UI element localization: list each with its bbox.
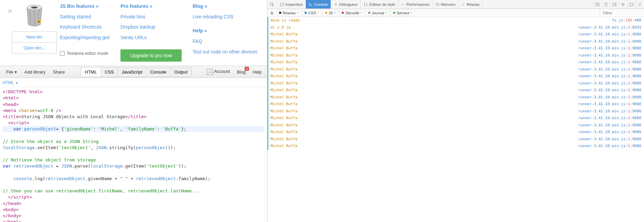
console-source-link[interactable]: runner-3.41.10.min.js:1:9080 [578,109,641,114]
blog-button[interactable]: Blog1 [234,67,248,77]
console-source-link[interactable]: runner-3.41.10.min.js:1:9080 [578,137,641,142]
tab-editeur-style-label: Éditeur de style [369,2,395,6]
console-message: Michel Buffa [270,60,297,65]
clear-console-icon[interactable]: 🗑 [267,11,277,15]
filter-journal[interactable]: Journal▾ [366,10,389,16]
link-faq[interactable]: FAQ [193,37,257,45]
filter-journal-label: Journal [372,11,384,15]
console-line: Michel Buffarunner-3.41.10.min.js:1:9080 [267,45,644,52]
filter-js[interactable]: JS▾ [323,10,338,16]
link-private-bins[interactable]: Private bins [120,13,182,20]
console-source-link[interactable]: runner-3.41.10.min.js:1:9080 [578,123,641,128]
split-icon[interactable] [593,0,601,9]
devtools-pane: Inspecteur Console Débogueur {}Éditeur d… [267,0,644,222]
console-source-link[interactable]: runner-3.41.10.min.js:1:9080 [578,39,641,45]
tab-inspecteur[interactable]: Inspecteur [277,0,306,9]
close-icon[interactable]: ✕ [7,7,13,15]
pick-element-icon[interactable] [267,0,277,9]
svg-point-2 [31,6,38,9]
tab-performances-label: Performances [406,2,429,6]
open-bin-button[interactable]: Open bin... [12,43,57,53]
sidebar-icon[interactable] [610,0,618,9]
code-editor[interactable]: <!DOCTYPE html> <html> <head> <meta char… [0,88,267,222]
panel-tab-javascript[interactable]: JavaScript [118,67,146,77]
console-source-link[interactable]: runner-3.41.10.min.js:1:9080 [578,95,641,100]
file-menu[interactable]: File ▾ [3,67,20,77]
console-source-link[interactable]: runner-3.41.10.min.js:1:9080 [578,53,641,59]
features-heading[interactable]: JS Bin features » [60,3,110,9]
console-source-link[interactable]: runner-3.41.10.min.js:1:9080 [578,81,641,86]
tab-memoire-label: Mémoire [441,2,456,6]
console-source-link[interactable]: runner-3.41.10.min.js:1:9080 [578,46,641,51]
link-vanity-urls[interactable]: Vanity URLs [120,34,182,41]
panel-tab-html[interactable]: HTML [81,67,101,77]
dock-icon[interactable] [627,0,635,9]
console-line: Michel Buffarunner-3.41.10.min.js:1:9080 [267,38,644,45]
share-button[interactable]: Share [50,67,68,77]
tab-memoire[interactable]: Mémoire [433,0,459,9]
jsbin-top-menu: ✕ JS New bin Open bin... JS Bin features… [0,0,267,66]
filter-input[interactable] [600,9,644,17]
help-button[interactable]: Help [250,67,264,77]
filter-reseau[interactable]: Réseau▾ [277,10,301,16]
link-keyboard-shortcuts[interactable]: Keyboard Shortcuts [60,23,110,31]
console-source-link[interactable]: fs.js:105:488 [612,18,641,23]
upgrade-button[interactable]: Upgrade to pro now [120,49,182,62]
new-bin-button[interactable]: New bin [12,31,57,43]
pro-features-heading[interactable]: Pro features » [120,3,182,9]
panel-tab-output[interactable]: Output [170,67,192,77]
link-export-import[interactable]: Exporting/importing gist [60,34,110,41]
console-source-link[interactable]: runner-3.41.10.min.js:1:9080 [578,88,641,93]
console-source-link[interactable]: runner-3.41.10.min.js:1:9080 [578,115,641,121]
account-button[interactable]: Account [204,67,233,77]
settings-icon[interactable] [618,0,627,9]
console-source-link[interactable]: runner-3.41.10.min.js:1:8391 [578,25,641,31]
close-devtools-icon[interactable] [635,0,644,9]
console-message: Michel Buffa [270,95,297,100]
tab-performances[interactable]: Performances [398,0,432,9]
console-message: Michel Buffa [270,53,297,59]
console-output[interactable]: Dave is ready.fs.js:105:488d[ o_0 ]brunn… [267,17,644,222]
tab-reseau[interactable]: Réseau [459,0,483,9]
menu-columns: JS Bin features » Getting started Keyboa… [52,3,263,62]
console-source-link[interactable]: runner-3.41.10.min.js:1:9080 [578,32,641,37]
link-dropbox-backup[interactable]: Dropbox backup [120,23,182,31]
console-message: Michel Buffa [270,115,297,121]
responsive-icon[interactable] [601,0,610,9]
filter-securite[interactable]: Sécurité▾ [339,10,364,16]
link-live-reload-css[interactable]: Live reloading CSS [193,13,257,20]
console-line: Michel Buffarunner-3.41.10.min.js:1:9080 [267,80,644,87]
chevron-down-icon: ▼ [15,81,18,85]
jsbin-pane: ✕ JS New bin Open bin... JS Bin features… [0,0,267,222]
textarea-mode-row[interactable]: Textarea editor mode [60,51,110,56]
console-source-link[interactable]: runner-3.41.10.min.js:1:9080 [578,60,641,65]
filter-reseau-label: Réseau [283,11,296,15]
svg-rect-9 [280,3,284,6]
chevron-down-icon: ▾ [385,11,387,14]
panel-tab-console[interactable]: Console [146,67,170,77]
panel-tab-css[interactable]: CSS [101,67,118,77]
console-line: Michel Buffarunner-3.41.10.min.js:1:9080 [267,122,644,129]
tab-debogueur[interactable]: Débogueur [331,0,361,9]
link-test-devices[interactable]: Test out code on other devices [193,48,257,55]
console-line: Michel Buffarunner-3.41.10.min.js:1:9080 [267,143,644,150]
account-label: Account [214,69,230,74]
console-line: Michel Buffarunner-3.41.10.min.js:1:9080 [267,59,644,66]
editor-language-dropdown[interactable]: HTML▼ [3,80,18,85]
console-source-link[interactable]: runner-3.41.10.min.js:1:9080 [578,143,641,149]
console-source-link[interactable]: runner-3.41.10.min.js:1:9080 [578,101,641,107]
console-message: Michel Buffa [270,129,297,135]
add-library-button[interactable]: Add library [21,67,49,77]
textarea-mode-checkbox[interactable] [60,51,65,56]
console-message: Michel Buffa [270,32,297,37]
console-source-link[interactable]: runner-3.41.10.min.js:1:9080 [578,67,641,73]
console-source-link[interactable]: runner-3.41.10.min.js:1:9080 [578,129,641,135]
filter-css[interactable]: CSS▾ [302,10,321,16]
link-getting-started[interactable]: Getting started [60,13,110,20]
tab-console[interactable]: Console [306,0,331,9]
tab-editeur-style[interactable]: {}Éditeur de style [361,0,398,9]
blog-heading[interactable]: Blog » [193,3,257,9]
help-heading[interactable]: Help » [193,28,257,33]
console-source-link[interactable]: runner-3.41.10.min.js:1:9080 [578,74,641,79]
filter-serveur[interactable]: Serveur▾ [391,10,415,16]
